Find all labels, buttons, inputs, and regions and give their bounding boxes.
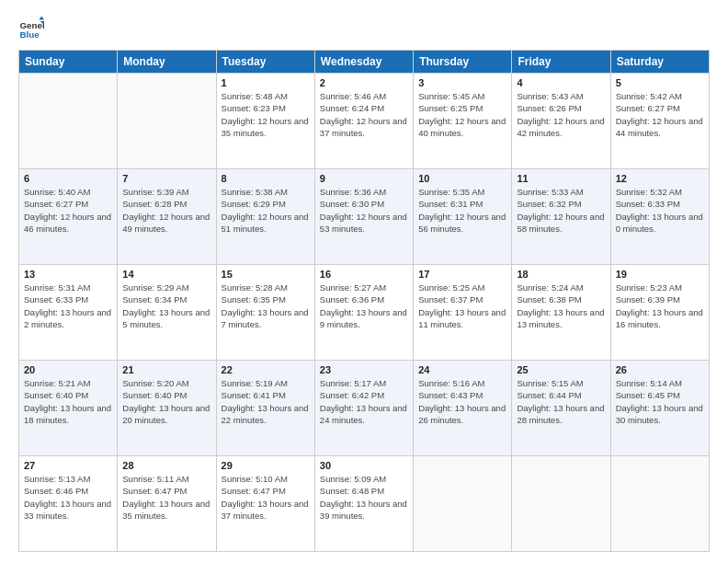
day-number: 16 <box>320 269 408 280</box>
svg-marker-2 <box>39 16 44 19</box>
calendar-cell: 16Sunrise: 5:27 AM Sunset: 6:36 PM Dayli… <box>314 265 413 361</box>
day-info: Sunrise: 5:42 AM Sunset: 6:27 PM Dayligh… <box>616 90 704 139</box>
day-info: Sunrise: 5:21 AM Sunset: 6:40 PM Dayligh… <box>24 377 112 426</box>
calendar-cell: 19Sunrise: 5:23 AM Sunset: 6:39 PM Dayli… <box>610 265 709 361</box>
calendar-header-friday: Friday <box>512 51 610 74</box>
day-info: Sunrise: 5:38 AM Sunset: 6:29 PM Dayligh… <box>222 186 310 235</box>
day-info: Sunrise: 5:11 AM Sunset: 6:47 PM Dayligh… <box>122 473 210 522</box>
calendar-table: SundayMondayTuesdayWednesdayThursdayFrid… <box>18 50 710 552</box>
calendar-header-tuesday: Tuesday <box>216 51 314 74</box>
day-number: 7 <box>122 173 210 184</box>
day-number: 5 <box>616 77 704 88</box>
day-info: Sunrise: 5:13 AM Sunset: 6:46 PM Dayligh… <box>24 473 112 522</box>
day-number: 29 <box>222 460 310 471</box>
calendar-cell: 7Sunrise: 5:39 AM Sunset: 6:28 PM Daylig… <box>118 169 216 265</box>
day-info: Sunrise: 5:35 AM Sunset: 6:31 PM Dayligh… <box>418 186 506 235</box>
day-info: Sunrise: 5:25 AM Sunset: 6:37 PM Dayligh… <box>418 282 506 330</box>
calendar-cell: 14Sunrise: 5:29 AM Sunset: 6:34 PM Dayli… <box>118 265 216 361</box>
calendar-header-wednesday: Wednesday <box>314 51 413 74</box>
day-number: 30 <box>320 460 408 471</box>
calendar-week-row: 6Sunrise: 5:40 AM Sunset: 6:27 PM Daylig… <box>19 169 710 265</box>
calendar-cell: 10Sunrise: 5:35 AM Sunset: 6:31 PM Dayli… <box>414 169 512 265</box>
calendar-header-row: SundayMondayTuesdayWednesdayThursdayFrid… <box>19 51 710 74</box>
day-number: 12 <box>616 173 704 184</box>
day-info: Sunrise: 5:19 AM Sunset: 6:41 PM Dayligh… <box>222 377 310 426</box>
day-info: Sunrise: 5:48 AM Sunset: 6:23 PM Dayligh… <box>222 90 310 139</box>
day-number: 1 <box>222 77 310 88</box>
calendar-cell: 6Sunrise: 5:40 AM Sunset: 6:27 PM Daylig… <box>19 169 118 265</box>
day-info: Sunrise: 5:36 AM Sunset: 6:30 PM Dayligh… <box>320 186 408 235</box>
calendar-cell: 23Sunrise: 5:17 AM Sunset: 6:42 PM Dayli… <box>314 361 413 456</box>
day-info: Sunrise: 5:32 AM Sunset: 6:33 PM Dayligh… <box>616 186 704 235</box>
calendar-cell: 8Sunrise: 5:38 AM Sunset: 6:29 PM Daylig… <box>216 169 314 265</box>
day-info: Sunrise: 5:40 AM Sunset: 6:27 PM Dayligh… <box>24 186 112 235</box>
calendar-cell: 4Sunrise: 5:43 AM Sunset: 6:26 PM Daylig… <box>512 74 610 169</box>
day-info: Sunrise: 5:28 AM Sunset: 6:35 PM Dayligh… <box>222 282 310 330</box>
calendar-cell <box>610 456 709 552</box>
day-number: 15 <box>222 269 310 280</box>
day-info: Sunrise: 5:17 AM Sunset: 6:42 PM Dayligh… <box>320 377 408 426</box>
day-info: Sunrise: 5:14 AM Sunset: 6:45 PM Dayligh… <box>616 377 704 426</box>
calendar-cell <box>512 456 610 552</box>
day-number: 26 <box>616 364 704 375</box>
calendar-cell: 22Sunrise: 5:19 AM Sunset: 6:41 PM Dayli… <box>216 361 314 456</box>
calendar-cell: 25Sunrise: 5:15 AM Sunset: 6:44 PM Dayli… <box>512 361 610 456</box>
day-number: 28 <box>122 460 210 471</box>
day-number: 25 <box>517 364 605 375</box>
calendar-cell: 9Sunrise: 5:36 AM Sunset: 6:30 PM Daylig… <box>314 169 413 265</box>
calendar-cell: 13Sunrise: 5:31 AM Sunset: 6:33 PM Dayli… <box>19 265 118 361</box>
calendar-cell: 15Sunrise: 5:28 AM Sunset: 6:35 PM Dayli… <box>216 265 314 361</box>
calendar-cell <box>19 74 118 169</box>
calendar-cell: 17Sunrise: 5:25 AM Sunset: 6:37 PM Dayli… <box>414 265 512 361</box>
calendar-cell: 28Sunrise: 5:11 AM Sunset: 6:47 PM Dayli… <box>118 456 216 552</box>
calendar-cell: 12Sunrise: 5:32 AM Sunset: 6:33 PM Dayli… <box>610 169 709 265</box>
calendar-cell: 26Sunrise: 5:14 AM Sunset: 6:45 PM Dayli… <box>610 361 709 456</box>
day-info: Sunrise: 5:45 AM Sunset: 6:25 PM Dayligh… <box>418 90 506 139</box>
calendar-header-saturday: Saturday <box>610 51 709 74</box>
day-number: 27 <box>24 460 112 471</box>
calendar-cell: 2Sunrise: 5:46 AM Sunset: 6:24 PM Daylig… <box>314 74 413 169</box>
day-number: 24 <box>418 364 506 375</box>
day-number: 14 <box>122 269 210 280</box>
day-info: Sunrise: 5:27 AM Sunset: 6:36 PM Dayligh… <box>320 282 408 330</box>
day-number: 21 <box>122 364 210 375</box>
calendar-cell: 20Sunrise: 5:21 AM Sunset: 6:40 PM Dayli… <box>19 361 118 456</box>
calendar-week-row: 27Sunrise: 5:13 AM Sunset: 6:46 PM Dayli… <box>19 456 710 552</box>
day-number: 17 <box>418 269 506 280</box>
logo-icon: General Blue <box>18 15 44 40</box>
day-info: Sunrise: 5:24 AM Sunset: 6:38 PM Dayligh… <box>517 282 605 330</box>
day-info: Sunrise: 5:31 AM Sunset: 6:33 PM Dayligh… <box>24 282 112 330</box>
day-number: 4 <box>517 77 605 88</box>
calendar-cell: 29Sunrise: 5:10 AM Sunset: 6:47 PM Dayli… <box>216 456 314 552</box>
calendar-header-monday: Monday <box>118 51 216 74</box>
calendar-cell: 27Sunrise: 5:13 AM Sunset: 6:46 PM Dayli… <box>19 456 118 552</box>
calendar-cell <box>118 74 216 169</box>
day-number: 8 <box>222 173 310 184</box>
calendar-cell: 30Sunrise: 5:09 AM Sunset: 6:48 PM Dayli… <box>314 456 413 552</box>
calendar-week-row: 1Sunrise: 5:48 AM Sunset: 6:23 PM Daylig… <box>19 74 710 169</box>
page-header: General Blue <box>18 15 710 40</box>
day-number: 20 <box>24 364 112 375</box>
day-info: Sunrise: 5:46 AM Sunset: 6:24 PM Dayligh… <box>320 90 408 139</box>
day-number: 19 <box>616 269 704 280</box>
day-number: 18 <box>517 269 605 280</box>
day-number: 22 <box>222 364 310 375</box>
day-info: Sunrise: 5:09 AM Sunset: 6:48 PM Dayligh… <box>320 473 408 522</box>
calendar-cell: 11Sunrise: 5:33 AM Sunset: 6:32 PM Dayli… <box>512 169 610 265</box>
calendar-cell: 3Sunrise: 5:45 AM Sunset: 6:25 PM Daylig… <box>414 74 512 169</box>
calendar-cell: 18Sunrise: 5:24 AM Sunset: 6:38 PM Dayli… <box>512 265 610 361</box>
day-number: 2 <box>320 77 408 88</box>
day-info: Sunrise: 5:39 AM Sunset: 6:28 PM Dayligh… <box>122 186 210 235</box>
day-info: Sunrise: 5:33 AM Sunset: 6:32 PM Dayligh… <box>517 186 605 235</box>
day-number: 13 <box>24 269 112 280</box>
calendar-cell: 21Sunrise: 5:20 AM Sunset: 6:40 PM Dayli… <box>118 361 216 456</box>
day-info: Sunrise: 5:16 AM Sunset: 6:43 PM Dayligh… <box>418 377 506 426</box>
day-info: Sunrise: 5:43 AM Sunset: 6:26 PM Dayligh… <box>517 90 605 139</box>
day-info: Sunrise: 5:29 AM Sunset: 6:34 PM Dayligh… <box>122 282 210 330</box>
logo: General Blue <box>18 15 44 40</box>
calendar-cell: 5Sunrise: 5:42 AM Sunset: 6:27 PM Daylig… <box>610 74 709 169</box>
day-number: 10 <box>418 173 506 184</box>
day-number: 3 <box>418 77 506 88</box>
day-number: 9 <box>320 173 408 184</box>
day-number: 11 <box>517 173 605 184</box>
